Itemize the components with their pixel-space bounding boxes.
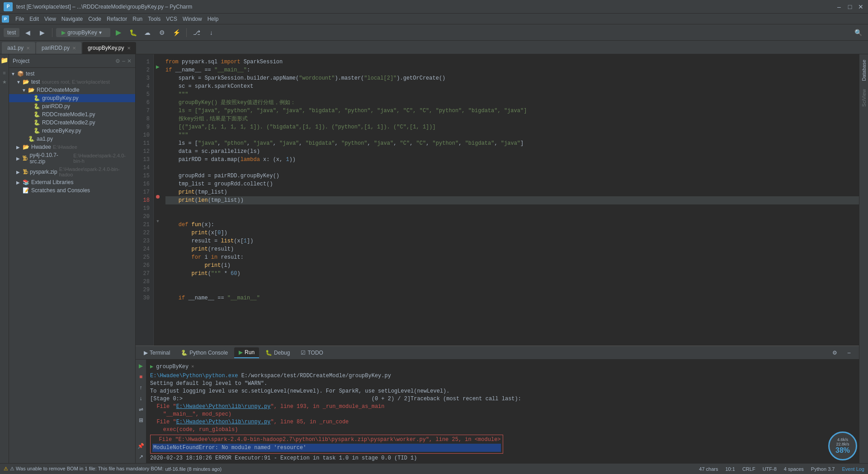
maximize-button[interactable]: □ <box>846 3 854 10</box>
update-btn[interactable]: ↓ <box>205 26 217 39</box>
run-file-link-1[interactable]: E:\Hwadee\Python\lib\runpy.py <box>176 403 271 410</box>
tree-item-hwadee[interactable]: ▶ 📂 Hwadee E:\Hwadee <box>9 143 135 151</box>
tree-icon-pyspark: 🗜 <box>23 169 28 175</box>
tree-label-extlib: External Libraries <box>31 179 73 185</box>
file-tabs: aa1.py ✕ pariRDD.py ✕ groupByKey.py ✕ <box>0 41 868 54</box>
menu-item-file[interactable]: File <box>13 15 27 23</box>
run-play-btn[interactable]: ▶ <box>137 361 146 370</box>
file-tab-pariRDD[interactable]: pariRDD.py ✕ <box>36 42 81 54</box>
run-tab-header-label: groupByKey <box>156 363 189 370</box>
run-line-8: exec(code, run_globals) <box>150 426 855 433</box>
database-tab[interactable]: Database <box>859 56 868 85</box>
close-button[interactable]: ✕ <box>857 3 864 10</box>
tree-item-aa1[interactable]: 🐍 aa1.py <box>9 135 135 143</box>
tab-todo[interactable]: ☑ TODO <box>296 348 327 358</box>
run-tab-header-close[interactable]: ✕ <box>191 363 194 370</box>
tree-item-parirdd[interactable]: 🐍 pariRDD.py <box>9 102 135 110</box>
file-tab-groupByKey-close[interactable]: ✕ <box>127 46 131 51</box>
tree-item-reducebykey[interactable]: 🐍 reduceByKey.py <box>9 127 135 135</box>
tree-icon-extlib: 📚 <box>23 179 29 185</box>
project-gear-icon[interactable]: ✕ <box>127 58 132 64</box>
gutter-19 <box>154 201 162 209</box>
file-tab-aa1-close[interactable]: ✕ <box>26 46 30 51</box>
tree-item-extlib[interactable]: ▶ 📚 External Libraries <box>9 178 135 186</box>
status-event-log[interactable]: Event Log <box>842 466 864 472</box>
run-coverage-button[interactable]: ☁ <box>141 26 154 39</box>
status-python-version[interactable]: Python 3.7 <box>811 466 835 472</box>
run-line-9: File "E:\Hwadee\spark-2.4.0-bin-hadoop2.… <box>152 436 501 443</box>
menu-item-refactor[interactable]: Refactor <box>104 15 130 23</box>
menu-item-view[interactable]: View <box>42 15 59 23</box>
back-btn[interactable]: ◀ <box>21 26 34 39</box>
tree-item-py4j[interactable]: ▶ 🗜 py4j-0.10.7-src.zip E:\Hwadee\spark-… <box>9 151 135 166</box>
status-line-ending[interactable]: CRLF <box>742 466 755 472</box>
tree-icon-rddcreate: 📂 <box>28 87 35 93</box>
tab-python-console[interactable]: 🐍 Python Console <box>176 348 232 358</box>
minimize-button[interactable]: – <box>835 3 843 10</box>
status-char-encoding[interactable]: UTF-8 <box>763 466 777 472</box>
concurrency-button[interactable]: ⚡ <box>170 26 183 39</box>
profile-button[interactable]: ⚙ <box>156 26 168 39</box>
sqleditor-tab[interactable]: SciView <box>859 85 868 110</box>
file-tab-aa1[interactable]: aa1.py ✕ <box>2 42 35 54</box>
run-output[interactable]: ▶ groupByKey ✕ E:\Hwadee\Python\python.e… <box>146 360 859 463</box>
run-file-link-2[interactable]: E:\Hwadee\Python\lib\runpy.py <box>176 419 271 425</box>
run-scroll-up-btn[interactable]: ↑ <box>137 383 146 392</box>
git-btn[interactable]: ⎇ <box>190 26 203 39</box>
project-title: Project <box>13 58 29 64</box>
project-settings-icon[interactable]: ⚙ <box>115 58 120 64</box>
forward-btn[interactable]: ▶ <box>36 26 48 39</box>
search-everywhere-btn[interactable]: 🔍 <box>852 26 864 39</box>
tab-debug[interactable]: 🐛 Debug <box>261 348 294 358</box>
debug-button[interactable]: 🐛 <box>127 26 139 39</box>
tree-label-parirdd: pariRDD.py <box>42 103 70 109</box>
menu-item-window[interactable]: Window <box>180 15 205 23</box>
tree-item-groupbykey[interactable]: 🐍 groupByKey.py <box>9 94 135 102</box>
menu-item-vcs[interactable]: VCS <box>163 15 180 23</box>
run-wrap-btn[interactable]: ⇌ <box>137 405 146 414</box>
status-indent[interactable]: 4 spaces <box>784 466 804 472</box>
code-content: 1 2 3 4 5 6 7 8 9 10 11 12 13 14 15 16 1 <box>136 54 859 346</box>
file-tab-groupByKey[interactable]: groupByKey.py ✕ <box>82 42 136 54</box>
project-icon[interactable]: 📁 <box>0 56 9 64</box>
tree-item-rddcm2[interactable]: 🐍 RDDCreateModle2.py <box>9 118 135 127</box>
tree-item-test-folder[interactable]: ▼ 📂 test sources root, E:\workplace\test <box>9 78 135 86</box>
run-button[interactable]: ▶ <box>112 26 125 39</box>
run-config-dropdown[interactable]: ▶ groupByKey ▾ <box>56 28 110 37</box>
run-stop-btn[interactable]: ■ <box>137 372 146 381</box>
menu-item-edit[interactable]: Edit <box>27 15 42 23</box>
code-editor-content[interactable]: from pyspark.sql import SparkSession if … <box>162 54 859 346</box>
code-line-19 <box>165 204 859 213</box>
menu-item-code[interactable]: Code <box>85 15 104 23</box>
run-filter-btn[interactable]: ⊞ <box>137 416 146 425</box>
menu-item-run[interactable]: Run <box>130 15 145 23</box>
run-tab-label: Run <box>245 349 255 356</box>
run-pin-btn[interactable]: 📌 <box>137 441 146 450</box>
tab-terminal[interactable]: ▶ Terminal <box>139 348 175 358</box>
menu-item-tools[interactable]: Tools <box>145 15 163 23</box>
run-exe-path: E:\Hwadee\Python\python.exe <box>150 373 238 379</box>
run-share-btn[interactable]: ↗ <box>137 452 146 461</box>
favorites-icon[interactable]: ★ <box>0 78 9 86</box>
menu-item-help[interactable]: Help <box>205 15 222 23</box>
tree-item-pyspark[interactable]: ▶ 🗜 pyspark.zip E:\Hwadee\spark-2.4.0-bi… <box>9 166 135 178</box>
tree-item-test-root[interactable]: ▼ 📦 test <box>9 70 135 78</box>
run-line-7: File "E:\Hwadee\Python\lib\runpy.py", li… <box>150 418 855 426</box>
bottom-minimize-btn[interactable]: – <box>843 346 855 359</box>
tree-item-scratches[interactable]: 📝 Scratches and Consoles <box>9 186 135 194</box>
ln-13: 13 <box>136 156 153 164</box>
run-config-label: groupByKey <box>67 29 97 36</box>
tree-item-rddcreate[interactable]: ▼ 📂 RDDCreateModle <box>9 86 135 94</box>
menu-item-navigate[interactable]: Navigate <box>59 15 85 23</box>
tree-item-rddcm1[interactable]: 🐍 RDDCreateModle1.py <box>9 110 135 118</box>
tab-run[interactable]: ▶ Run <box>234 347 259 358</box>
structure-icon[interactable]: ≡ <box>0 69 9 77</box>
run-scroll-down-btn[interactable]: ↓ <box>137 394 146 403</box>
project-collapse-icon[interactable]: – <box>122 58 125 64</box>
code-line-22: print(x[0]) <box>165 229 859 237</box>
project-nav-btn[interactable]: test <box>4 28 19 37</box>
status-right: 47 chars 10:1 CRLF UTF-8 4 spaces Python… <box>699 466 864 472</box>
file-tab-pariRDD-close[interactable]: ✕ <box>72 46 76 51</box>
code-line-17: print(tmp_list) <box>165 188 859 196</box>
bottom-settings-btn[interactable]: ⚙ <box>828 346 841 359</box>
